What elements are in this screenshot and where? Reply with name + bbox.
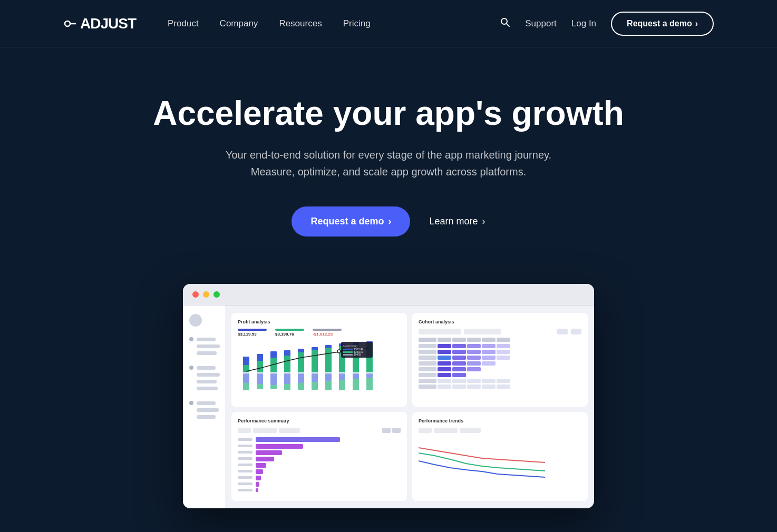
profit-stats: $3,119.53 $3,190.76 -$1,012.23: [238, 329, 401, 337]
svg-rect-60: [438, 344, 451, 348]
svg-rect-111: [238, 470, 252, 472]
svg-rect-109: [238, 464, 252, 466]
perf-trends-filters: [419, 428, 581, 433]
profit-analysis-title: Profit analysis: [238, 319, 401, 324]
svg-rect-107: [238, 457, 252, 460]
svg-rect-94: [497, 379, 510, 383]
svg-rect-108: [256, 457, 274, 461]
performance-trends-panel: Performance trends: [412, 412, 588, 501]
svg-rect-77: [419, 361, 436, 366]
nav-login[interactable]: Log In: [571, 18, 596, 29]
hero-demo-button[interactable]: Request a demo ›: [292, 206, 410, 237]
svg-rect-15: [312, 382, 318, 390]
svg-rect-68: [467, 350, 481, 354]
sidebar-avatar-icon: [189, 314, 202, 327]
nav-support[interactable]: Support: [525, 18, 557, 29]
logo[interactable]: ADJUST: [63, 15, 136, 32]
svg-rect-117: [238, 489, 252, 491]
svg-rect-104: [256, 444, 303, 449]
nav-resources[interactable]: Resources: [279, 18, 322, 28]
nav-demo-button[interactable]: Request a demo ›: [611, 12, 714, 36]
svg-rect-9: [270, 385, 277, 389]
nav-company[interactable]: Company: [220, 18, 258, 28]
svg-rect-4: [243, 373, 249, 383]
svg-rect-78: [438, 361, 451, 366]
hero-buttons: Request a demo › Learn more ›: [105, 206, 672, 237]
svg-rect-118: [256, 488, 258, 492]
svg-rect-97: [452, 385, 466, 389]
svg-rect-67: [452, 350, 466, 354]
svg-rect-72: [438, 356, 451, 360]
hero-learn-more-button[interactable]: Learn more ›: [429, 216, 485, 227]
svg-rect-96: [438, 385, 451, 389]
performance-trends-title: Performance trends: [419, 418, 581, 423]
svg-rect-59: [419, 344, 436, 348]
nav-pricing[interactable]: Pricing: [343, 18, 371, 28]
svg-rect-92: [467, 379, 481, 383]
window-dot-yellow: [203, 291, 209, 298]
svg-rect-89: [419, 379, 436, 383]
svg-rect-95: [419, 385, 436, 389]
nav-product[interactable]: Product: [168, 18, 199, 28]
svg-rect-64: [497, 344, 510, 348]
search-icon[interactable]: [500, 17, 510, 30]
svg-rect-53: [419, 338, 436, 342]
dashboard-sidebar: [183, 306, 225, 508]
window-titlebar: [183, 284, 594, 306]
svg-rect-21: [353, 379, 359, 390]
svg-rect-79: [452, 361, 466, 366]
nav-right: Support Log In Request a demo ›: [500, 12, 714, 36]
svg-rect-88: [452, 373, 466, 377]
svg-rect-57: [482, 338, 496, 342]
svg-rect-112: [256, 469, 263, 474]
svg-rect-14: [312, 373, 318, 382]
svg-rect-12: [298, 373, 304, 383]
svg-rect-105: [238, 451, 252, 454]
svg-rect-55: [452, 338, 466, 342]
sidebar-group-1: [189, 337, 220, 355]
stat-value-3: -$1,012.23: [313, 332, 342, 337]
svg-rect-6: [257, 373, 263, 384]
cohort-analysis-title: Cohort analysis: [419, 319, 581, 324]
svg-rect-47: [343, 349, 353, 350]
svg-rect-10: [284, 373, 290, 384]
svg-rect-27: [257, 361, 263, 372]
sidebar-group-3: [189, 401, 219, 419]
svg-text:$9428: $9428: [354, 353, 361, 356]
svg-rect-70: [497, 350, 510, 354]
sidebar-group-2: [189, 366, 220, 390]
performance-summary-panel: Performance summary: [231, 412, 407, 501]
performance-summary-title: Performance summary: [238, 418, 401, 423]
svg-rect-84: [452, 367, 466, 371]
svg-rect-99: [482, 385, 496, 389]
svg-rect-69: [482, 350, 496, 354]
stat-value-1: $3,119.53: [238, 332, 267, 337]
svg-rect-82: [419, 367, 436, 371]
svg-rect-65: [419, 350, 436, 354]
cohort-analysis-panel: Cohort analysis: [412, 313, 588, 407]
svg-rect-93: [482, 379, 496, 383]
svg-rect-8: [270, 373, 277, 385]
svg-rect-23: [366, 378, 373, 390]
svg-rect-66: [438, 350, 451, 354]
svg-rect-101: [238, 438, 252, 441]
stat-value-2: $3,190.76: [275, 332, 304, 337]
cohort-grid: [419, 338, 524, 398]
perf-summary-chart: [238, 437, 364, 492]
svg-rect-98: [467, 385, 481, 389]
svg-rect-58: [497, 338, 510, 342]
svg-rect-115: [238, 482, 252, 485]
svg-rect-80: [467, 361, 481, 366]
svg-rect-74: [467, 356, 481, 360]
svg-rect-91: [452, 379, 466, 383]
svg-rect-116: [256, 482, 259, 487]
svg-rect-13: [298, 383, 304, 390]
svg-rect-103: [238, 445, 252, 447]
dashboard-charts: Profit analysis $3,119.53 $3,190.76 -: [225, 306, 594, 508]
svg-rect-110: [256, 463, 266, 468]
profit-chart: MoPEY/4(k) $360.49 $363.17 $9428: [238, 341, 401, 393]
svg-rect-56: [467, 338, 481, 342]
svg-rect-100: [497, 385, 510, 389]
navigation: ADJUST Product Company Resources Pricing…: [0, 0, 777, 47]
svg-rect-73: [452, 356, 466, 360]
